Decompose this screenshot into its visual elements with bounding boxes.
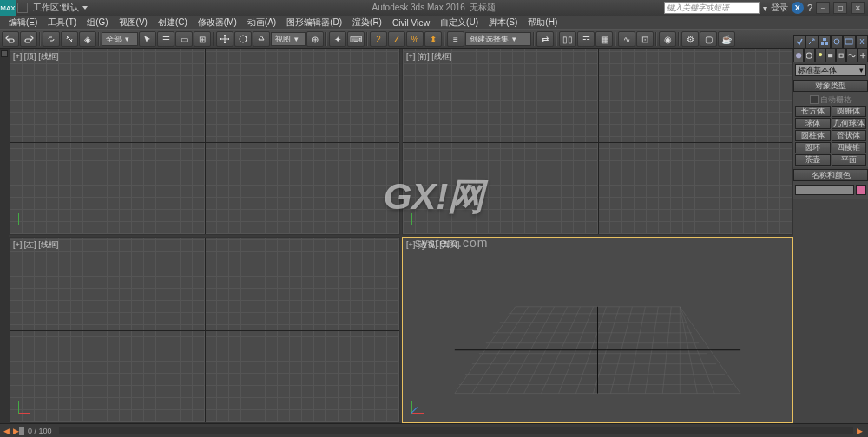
selection-region-button[interactable]: ▭ — [175, 31, 193, 47]
snap-2d-button[interactable]: 2 — [370, 31, 387, 47]
scale-button[interactable] — [253, 31, 270, 47]
modify-tab[interactable] — [806, 35, 818, 49]
object-name-input[interactable] — [795, 185, 854, 195]
hierarchy-tab[interactable] — [819, 35, 831, 49]
viewport-perspective[interactable]: [+] [透视] [真实] — [402, 237, 793, 423]
systems-subtab[interactable] — [858, 49, 868, 62]
auto-grid-checkbox[interactable] — [810, 95, 819, 104]
menu-graph-editors[interactable]: 图形编辑器(D) — [281, 16, 347, 29]
qat-button[interactable] — [17, 3, 28, 13]
helpers-subtab[interactable] — [836, 49, 846, 62]
motion-tab[interactable] — [831, 35, 843, 49]
cone-button[interactable]: 圆锥体 — [832, 106, 867, 117]
menu-rendering[interactable]: 渲染(R) — [347, 16, 387, 29]
menu-tools[interactable]: 工具(T) — [43, 16, 82, 29]
teapot-button[interactable]: 茶壶 — [795, 154, 831, 166]
ref-coord-combo[interactable]: 视图▾ — [271, 32, 306, 46]
schematic-view-button[interactable]: ⊡ — [636, 31, 654, 47]
workspace-dropdown-icon[interactable] — [82, 6, 88, 10]
material-editor-button[interactable]: ◉ — [659, 31, 676, 47]
window-crossing-button[interactable]: ⊞ — [194, 31, 211, 47]
viewport-label[interactable]: [+] [透视] [真实] — [406, 239, 459, 251]
cameras-subtab[interactable] — [825, 49, 836, 62]
move-button[interactable] — [216, 31, 233, 47]
selection-filter-combo[interactable]: 全部▾ — [102, 32, 138, 46]
align-button[interactable]: ▯▯ — [559, 31, 576, 47]
named-selection-combo[interactable]: 创建选择集▾ — [465, 32, 531, 46]
snap-percent-button[interactable]: % — [406, 31, 424, 47]
spinner-snap-button[interactable]: ⬍ — [424, 31, 442, 47]
app-icon[interactable]: MAX — [0, 0, 16, 16]
infocenter-dropdown-icon[interactable]: ▾ — [763, 3, 767, 13]
pyramid-button[interactable]: 四棱锥 — [832, 142, 867, 153]
workspace-name[interactable]: 默认 — [62, 2, 79, 14]
box-button[interactable]: 长方体 — [795, 106, 831, 117]
menu-maxscript[interactable]: 脚本(S) — [483, 16, 523, 29]
menu-customize[interactable]: 自定义(U) — [435, 16, 483, 29]
object-type-rollout-header[interactable]: 对象类型 — [793, 80, 868, 92]
viewport-label[interactable]: [+] [顶] [线框] — [13, 51, 58, 62]
utilities-tab[interactable] — [856, 35, 868, 49]
viewport-front[interactable]: [+] [前] [线框] — [402, 49, 793, 235]
menu-help[interactable]: 帮助(H) — [523, 16, 562, 29]
menu-civil-view[interactable]: Civil View — [387, 18, 435, 28]
close-button[interactable]: ✕ — [851, 2, 865, 14]
viewport-left[interactable]: [+] [左] [线框] — [9, 237, 400, 423]
render-setup-button[interactable]: ⚙ — [681, 31, 699, 47]
help-icon[interactable]: ? — [807, 3, 812, 13]
menu-group[interactable]: 组(G) — [82, 16, 113, 29]
menu-edit[interactable]: 编辑(E) — [3, 16, 43, 29]
lights-subtab[interactable] — [815, 49, 825, 62]
link-button[interactable] — [43, 31, 60, 47]
geometry-subtab[interactable] — [793, 49, 804, 62]
create-tab[interactable] — [793, 35, 806, 49]
svg-rect-10 — [839, 54, 843, 57]
rotate-button[interactable] — [234, 31, 252, 47]
menu-create[interactable]: 创建(C) — [153, 16, 193, 29]
toggle-ribbon-button[interactable]: ▦ — [595, 31, 613, 47]
mirror-button[interactable]: ⇄ — [536, 31, 554, 47]
login-button[interactable]: 登录 — [771, 2, 788, 14]
layer-button[interactable]: ☲ — [577, 31, 595, 47]
geometry-category-dropdown[interactable]: 标准基本体▾ — [795, 64, 866, 76]
display-tab[interactable] — [843, 35, 855, 49]
named-selection-button[interactable]: ≡ — [447, 31, 464, 47]
menu-animation[interactable]: 动画(A) — [242, 16, 281, 29]
pivot-button[interactable]: ⊕ — [306, 31, 324, 47]
tube-button[interactable]: 管状体 — [832, 130, 867, 141]
exchange-icon[interactable]: X — [792, 2, 804, 14]
geosphere-button[interactable]: 几何球体 — [832, 118, 867, 129]
cylinder-button[interactable]: 圆柱体 — [795, 130, 831, 141]
menu-modifiers[interactable]: 修改器(M) — [193, 16, 242, 29]
svg-point-4 — [834, 39, 839, 44]
shapes-subtab[interactable] — [804, 49, 814, 62]
minimize-button[interactable]: − — [816, 2, 830, 14]
plane-button[interactable]: 平面 — [832, 154, 867, 166]
viewport-top[interactable]: [+] [顶] [线框] — [9, 49, 400, 235]
snap-angle-button[interactable]: ∠ — [388, 31, 405, 47]
name-color-rollout-header[interactable]: 名称和颜色 — [793, 169, 868, 181]
viewport-label[interactable]: [+] [前] [线框] — [406, 51, 451, 62]
viewport-layout-button[interactable] — [1, 50, 8, 57]
viewport-label[interactable]: [+] [左] [线框] — [13, 239, 58, 251]
unlink-button[interactable] — [61, 31, 78, 47]
spacewarps-subtab[interactable] — [846, 49, 857, 62]
torus-button[interactable]: 圆环 — [795, 142, 831, 153]
manipulate-button[interactable]: ✦ — [329, 31, 346, 47]
keyboard-shortcut-button[interactable]: ⌨ — [347, 31, 365, 47]
redo-button[interactable] — [20, 31, 37, 47]
render-production-button[interactable]: ☕ — [718, 31, 735, 47]
svg-rect-1 — [823, 38, 826, 41]
bind-spacewarp-button[interactable]: ◈ — [79, 31, 96, 47]
select-button[interactable] — [139, 31, 156, 47]
curve-editor-button[interactable]: ∿ — [618, 31, 635, 47]
object-color-swatch[interactable] — [856, 185, 866, 195]
rendered-frame-button[interactable]: ▢ — [700, 31, 717, 47]
time-slider-track[interactable] — [59, 427, 853, 434]
sphere-button[interactable]: 球体 — [795, 118, 831, 129]
undo-button[interactable] — [2, 31, 19, 47]
menu-views[interactable]: 视图(V) — [114, 16, 153, 29]
maximize-button[interactable]: ◻ — [833, 2, 847, 14]
select-by-name-button[interactable]: ☰ — [157, 31, 174, 47]
help-search-input[interactable]: 键入关键字或短语 — [664, 2, 760, 14]
